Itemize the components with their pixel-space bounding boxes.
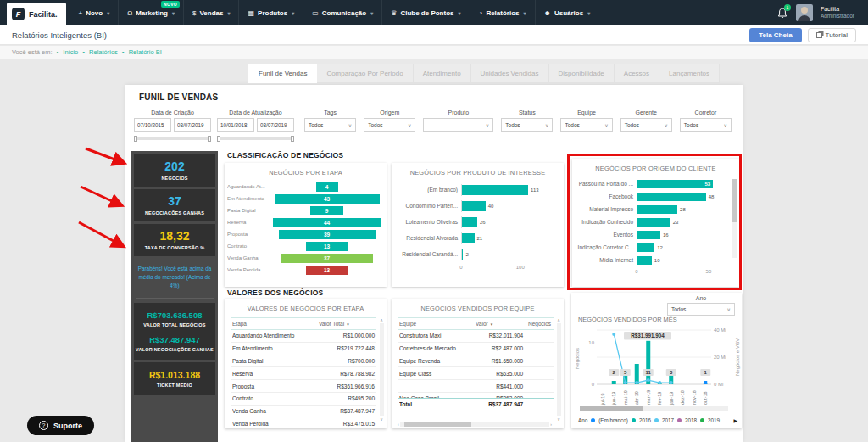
negocios-point[interactable]	[670, 381, 673, 384]
legend-item-em-branco[interactable]: (Em branco)	[598, 417, 628, 423]
tab-disponibilidade[interactable]: Disponibilidade	[549, 64, 615, 83]
scroll-down-icon[interactable]: ∨	[557, 417, 560, 422]
bar[interactable]	[462, 233, 475, 243]
tab-unidades-vendidas[interactable]: Unidades Vendidas	[471, 64, 549, 83]
column-header-negocios[interactable]: Negócios	[523, 321, 552, 327]
scrollbar-vertical[interactable]: ∧∨	[556, 317, 561, 422]
funnel-bar[interactable]: 37	[281, 254, 373, 263]
slider-handle-right[interactable]	[208, 136, 211, 142]
bar[interactable]	[637, 193, 706, 201]
funnel-row-proposta[interactable]: Proposta39	[225, 228, 387, 240]
tab-acessos[interactable]: Acessos	[615, 64, 659, 83]
bar[interactable]	[637, 231, 660, 239]
funnel-row-venda-ganha[interactable]: Venda Ganha37	[225, 252, 387, 264]
bar-row-material-impresso[interactable]: Material Impresso28	[577, 203, 727, 215]
nav-item-relatorios[interactable]: ◔Relatórios▾	[470, 0, 535, 25]
funnel-bar[interactable]: 9	[310, 206, 343, 215]
bar[interactable]	[637, 256, 652, 265]
legend-item-2019[interactable]: 2019	[708, 417, 720, 423]
support-button[interactable]: ? Suporte	[27, 416, 94, 435]
scrollbar-thumb[interactable]	[404, 422, 471, 427]
funnel-row-reserva[interactable]: Reserva44	[225, 216, 387, 228]
scrollbar-horizontal[interactable]: ‹›	[398, 422, 552, 427]
column-header-valor-total[interactable]: Valor Total▼	[314, 321, 375, 327]
breadcrumb-link-inicio[interactable]: Início	[63, 48, 78, 56]
dropdown-produto[interactable]: ∨	[423, 118, 493, 132]
table-row[interactable]: Pasta DigitalR$700.000	[231, 355, 376, 368]
bar[interactable]	[637, 205, 677, 214]
scrollbar-thumb[interactable]	[580, 406, 643, 411]
negocios-point[interactable]	[647, 378, 650, 382]
legend-item-2018[interactable]: 2018	[685, 417, 697, 423]
scroll-up-icon[interactable]: ∧	[380, 317, 383, 322]
bar-row-indicacao-corretor-c[interactable]: Indicação Corretor C...12	[577, 241, 727, 254]
negocios-point[interactable]	[624, 381, 627, 384]
tab-funil-de-vendas[interactable]: Funil de Vendas	[248, 64, 317, 83]
tab-lancamentos[interactable]: Lançamentos	[659, 64, 720, 83]
funnel-bar[interactable]: 44	[273, 218, 381, 227]
bar-row-condominio-parten[interactable]: Condomínio Parten...40	[397, 198, 557, 214]
scrollbar-thumb[interactable]	[732, 179, 737, 222]
breadcrumb-link-relatorio-bi[interactable]: Relatório BI	[129, 48, 162, 56]
negocios-point[interactable]	[658, 381, 661, 384]
bar[interactable]	[462, 185, 528, 195]
bar[interactable]	[462, 249, 463, 260]
dropdown-tags[interactable]: Todos∨	[304, 118, 356, 132]
bar-row-residencial-alvorada[interactable]: Residencial Alvorada21	[397, 230, 557, 246]
date-from-input[interactable]	[134, 118, 171, 132]
dropdown-ano[interactable]: Todos∨	[667, 303, 735, 316]
scroll-right-icon[interactable]: ›	[550, 422, 552, 427]
table-row[interactable]: Aguardando AtendimentoR$1.000.000	[231, 330, 376, 343]
slider-handle-left[interactable]	[217, 136, 220, 142]
fullscreen-button[interactable]: Tela Cheia	[749, 28, 801, 42]
breadcrumb-link-relatorios[interactable]: Relatórios	[89, 48, 118, 56]
funnel-bar[interactable]: 43	[275, 194, 380, 204]
dropdown-equipe[interactable]: Todos∨	[560, 118, 612, 132]
funnel-row-contrato[interactable]: Contrato13	[225, 240, 387, 252]
dropdown-origem[interactable]: Todos∨	[364, 118, 415, 132]
table-row[interactable]: PropostaR$361.966.916	[231, 380, 376, 393]
scroll-up-icon[interactable]: ∧	[557, 317, 560, 322]
nav-item-novo[interactable]: +Novo▾	[70, 0, 119, 25]
user-avatar[interactable]	[796, 4, 813, 21]
table-row[interactable]: Em AtendimentoR$219.722.448	[231, 343, 376, 355]
vgv-bar[interactable]	[612, 381, 616, 384]
table-row[interactable]: ReservaR$78.788.982	[231, 367, 376, 380]
tab-atendimento[interactable]: Atendimento	[414, 64, 471, 83]
table-row[interactable]: Corretores de MercadoR$2.487.000	[398, 343, 554, 355]
table-row[interactable]: Equipe RevendaR$1.650.000	[398, 355, 554, 368]
funnel-row-em-atendimento[interactable]: Em Atendimento43	[225, 193, 387, 204]
bar-row-passou-na-porta-do[interactable]: Passou na Porta do ...53	[577, 177, 727, 190]
funnel-bar[interactable]: 13	[306, 242, 348, 251]
nav-item-clube-de-pontos[interactable]: ♛Clube de Pontos▾	[381, 0, 469, 25]
date-range-slider[interactable]	[217, 137, 294, 140]
bar[interactable]	[637, 218, 670, 227]
dropdown-corretor[interactable]: Todos∨	[680, 118, 732, 132]
bar-row-indicacao-conhecido[interactable]: Indicação Conhecido23	[577, 215, 727, 228]
legend-next-icon[interactable]: ▶	[733, 417, 737, 423]
dropdown-gerente[interactable]: Todos∨	[620, 118, 672, 132]
bar[interactable]	[637, 180, 713, 188]
brand-logo[interactable]: F Facilita.	[7, 3, 66, 25]
funnel-bar[interactable]: 4	[316, 182, 338, 192]
table-row[interactable]: Venda PerdidaR$3.475.015	[231, 417, 376, 428]
vgv-bar[interactable]	[646, 341, 650, 384]
table-row[interactable]: Equipe ClassR$635.000	[398, 367, 554, 380]
em-branco-point[interactable]	[704, 381, 707, 384]
column-header-equipe[interactable]: Equipe	[399, 321, 470, 327]
slider-handle-right[interactable]	[291, 136, 294, 142]
tutorial-button[interactable]: Tutorial	[808, 28, 856, 42]
scrollbar-vertical[interactable]: ∧∨	[379, 317, 384, 422]
nav-item-comunicacao[interactable]: ▭Comunicação▾	[303, 0, 381, 25]
user-menu[interactable]: Facilita Administrador	[821, 6, 854, 20]
scroll-down-icon[interactable]: ∨	[380, 417, 383, 422]
nav-item-produtos[interactable]: ▦Produtos▾	[238, 0, 303, 25]
bar-row-facebook[interactable]: Facebook48	[577, 190, 727, 203]
funnel-row-venda-perdida[interactable]: Venda Perdida13	[225, 264, 387, 276]
funnel-bar[interactable]: 39	[279, 230, 376, 239]
bar-row-loteamento-oliveiras[interactable]: Loteamento Oliveiras26	[397, 214, 557, 230]
scrollbar-horizontal[interactable]	[580, 406, 728, 411]
date-range-slider[interactable]	[134, 137, 211, 140]
bar[interactable]	[462, 201, 486, 211]
table-row[interactable]: Venda GanhaR$37.487.947	[231, 406, 376, 418]
